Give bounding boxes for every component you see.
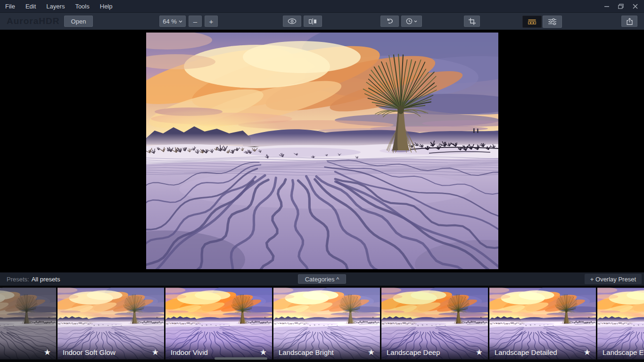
crop-icon xyxy=(469,18,476,25)
zoom-out-button[interactable]: – xyxy=(189,16,202,27)
preset-name: Landscape Enhar xyxy=(603,348,644,356)
preset-thumbnail[interactable]: Landscape Deep ★ xyxy=(381,288,488,360)
history-controls xyxy=(380,16,422,27)
categories-button[interactable]: Categories ^ xyxy=(298,274,346,284)
star-icon[interactable]: ★ xyxy=(476,348,483,356)
editor-canvas xyxy=(0,30,644,272)
close-icon[interactable] xyxy=(632,3,638,9)
chevron-down-icon xyxy=(179,20,182,23)
star-icon[interactable]: ★ xyxy=(584,348,591,356)
compare-button[interactable] xyxy=(304,16,322,27)
preset-thumbnail[interactable]: Landscape Detailed ★ xyxy=(489,288,596,360)
preset-name: Indoor Soft Glow xyxy=(63,348,152,356)
presets-label: Presets: xyxy=(7,276,29,283)
adjustments-panel-toggle[interactable] xyxy=(543,16,562,28)
strip-scrollbar[interactable] xyxy=(215,357,267,360)
preset-thumbnail[interactable]: ★ xyxy=(0,288,56,360)
compare-icon xyxy=(309,18,317,25)
menu-help[interactable]: Help xyxy=(95,0,118,12)
undo-icon xyxy=(386,18,394,25)
menu-bar: File Edit Layers Tools Help xyxy=(0,0,644,12)
history-icon xyxy=(406,18,413,25)
overlay-preset-button[interactable]: + Overlay Preset xyxy=(585,274,642,284)
toolbar: AuroraHDR Open 64 % – + xyxy=(0,12,644,30)
quick-preview-button[interactable] xyxy=(283,16,301,27)
presets-panel-toggle[interactable] xyxy=(522,16,542,28)
menu-file[interactable]: File xyxy=(0,0,20,12)
preset-thumbnail[interactable]: Indoor Soft Glow ★ xyxy=(58,288,164,360)
zoom-level-value: 64 % xyxy=(163,18,177,25)
eye-icon xyxy=(288,18,297,24)
presets-panel-icon xyxy=(528,19,536,25)
adjustments-panel-icon xyxy=(548,18,556,25)
chevron-down-icon xyxy=(414,20,417,23)
menu-tools[interactable]: Tools xyxy=(70,0,94,12)
star-icon[interactable]: ★ xyxy=(152,348,159,356)
zoom-controls: 64 % – + xyxy=(159,16,218,27)
undo-button[interactable] xyxy=(380,16,399,27)
presets-current-filter[interactable]: All presets xyxy=(32,276,60,283)
photo-canvas[interactable] xyxy=(146,33,498,269)
window-controls xyxy=(603,3,644,9)
preset-name: Indoor Vivid xyxy=(171,348,260,356)
preset-thumbnail[interactable]: Landscape Enhar ★ xyxy=(597,288,644,360)
app-logo: AuroraHDR xyxy=(7,16,59,26)
view-controls xyxy=(283,16,322,27)
preset-name: Landscape Detailed xyxy=(495,348,584,356)
preset-name: Landscape Bright xyxy=(279,348,368,356)
preset-name: Landscape Deep xyxy=(387,348,476,356)
menu-layers[interactable]: Layers xyxy=(41,0,70,12)
star-icon[interactable]: ★ xyxy=(44,348,51,356)
open-button[interactable]: Open xyxy=(64,16,93,27)
photo-image xyxy=(146,33,498,269)
star-icon[interactable]: ★ xyxy=(368,348,375,356)
history-button[interactable] xyxy=(401,16,422,27)
star-icon[interactable]: ★ xyxy=(260,348,267,356)
zoom-in-button[interactable]: + xyxy=(205,16,218,27)
menu-edit[interactable]: Edit xyxy=(20,0,41,12)
preset-thumbnail[interactable]: Landscape Bright ★ xyxy=(273,288,380,360)
share-icon xyxy=(627,18,633,25)
minimize-icon[interactable] xyxy=(603,3,610,9)
crop-button[interactable] xyxy=(464,16,480,27)
presets-bar: Presets: All presets Categories ^ + Over… xyxy=(0,272,644,286)
zoom-level-dropdown[interactable]: 64 % xyxy=(159,16,186,27)
preset-thumbnail[interactable]: Indoor Vivid ★ xyxy=(165,288,272,360)
export-button[interactable] xyxy=(621,16,637,27)
presets-strip: ★ Indoor Soft Glow ★ Indoor Vivid ★ Land… xyxy=(0,286,644,362)
restore-icon[interactable] xyxy=(618,3,624,9)
panel-toggles xyxy=(522,16,562,28)
